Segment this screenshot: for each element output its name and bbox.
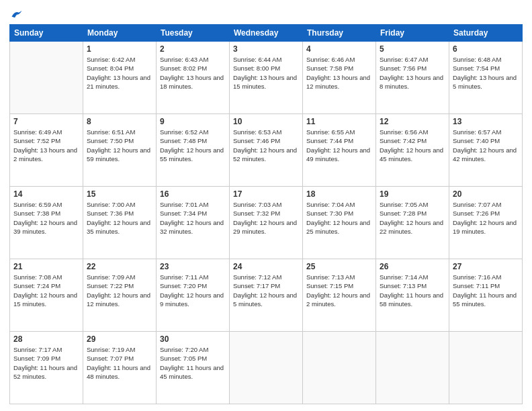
day-info: Sunrise: 6:46 AMSunset: 7:58 PMDaylight:… <box>306 55 372 91</box>
weekday-header-row: SundayMondayTuesdayWednesdayThursdayFrid… <box>10 25 523 42</box>
day-cell: 17Sunrise: 7:03 AMSunset: 7:32 PMDayligh… <box>230 187 303 259</box>
day-cell: 14Sunrise: 6:59 AMSunset: 7:38 PMDayligh… <box>10 187 83 259</box>
day-number: 8 <box>87 117 152 126</box>
day-cell: 5Sunrise: 6:47 AMSunset: 7:56 PMDaylight… <box>376 42 449 114</box>
weekday-header-tuesday: Tuesday <box>157 25 230 42</box>
day-number: 13 <box>453 117 519 126</box>
day-cell: 15Sunrise: 7:00 AMSunset: 7:36 PMDayligh… <box>83 187 157 259</box>
day-cell <box>449 332 523 404</box>
day-cell <box>376 332 449 404</box>
weekday-header-saturday: Saturday <box>449 25 523 42</box>
day-info: Sunrise: 7:11 AMSunset: 7:20 PMDaylight:… <box>160 273 226 308</box>
day-number: 21 <box>13 262 79 271</box>
day-cell: 20Sunrise: 7:07 AMSunset: 7:26 PMDayligh… <box>449 187 523 259</box>
day-cell: 23Sunrise: 7:11 AMSunset: 7:20 PMDayligh… <box>157 259 230 332</box>
day-cell <box>230 332 303 404</box>
day-info: Sunrise: 7:14 AMSunset: 7:13 PMDaylight:… <box>380 273 445 308</box>
day-info: Sunrise: 7:07 AMSunset: 7:26 PMDaylight:… <box>453 200 519 236</box>
day-cell: 7Sunrise: 6:49 AMSunset: 7:52 PMDaylight… <box>10 114 83 187</box>
day-number: 26 <box>380 262 445 271</box>
day-info: Sunrise: 6:49 AMSunset: 7:52 PMDaylight:… <box>13 128 79 163</box>
day-info: Sunrise: 6:57 AMSunset: 7:40 PMDaylight:… <box>453 128 519 163</box>
day-info: Sunrise: 7:03 AMSunset: 7:32 PMDaylight:… <box>233 200 299 236</box>
day-info: Sunrise: 6:51 AMSunset: 7:50 PMDaylight:… <box>87 128 152 163</box>
day-cell: 10Sunrise: 6:53 AMSunset: 7:46 PMDayligh… <box>230 114 303 187</box>
day-info: Sunrise: 7:12 AMSunset: 7:17 PMDaylight:… <box>233 273 299 308</box>
day-number: 27 <box>453 262 519 271</box>
day-cell: 22Sunrise: 7:09 AMSunset: 7:22 PMDayligh… <box>83 259 157 332</box>
day-number: 1 <box>87 44 152 54</box>
day-number: 25 <box>306 262 372 271</box>
day-number: 11 <box>306 117 372 126</box>
day-info: Sunrise: 7:00 AMSunset: 7:36 PMDaylight:… <box>87 200 152 236</box>
day-number: 18 <box>306 189 372 199</box>
day-cell: 2Sunrise: 6:43 AMSunset: 8:02 PMDaylight… <box>157 42 230 114</box>
day-number: 29 <box>87 334 152 344</box>
day-number: 14 <box>13 189 79 199</box>
day-number: 10 <box>233 117 299 126</box>
page: SundayMondayTuesdayWednesdayThursdayFrid… <box>0 0 532 411</box>
day-cell: 9Sunrise: 6:52 AMSunset: 7:48 PMDaylight… <box>157 114 230 187</box>
day-number: 7 <box>13 117 79 126</box>
day-info: Sunrise: 6:42 AMSunset: 8:04 PMDaylight:… <box>87 55 152 91</box>
day-number: 15 <box>87 189 152 199</box>
day-cell: 21Sunrise: 7:08 AMSunset: 7:24 PMDayligh… <box>10 259 83 332</box>
day-info: Sunrise: 6:53 AMSunset: 7:46 PMDaylight:… <box>233 128 299 163</box>
day-cell: 1Sunrise: 6:42 AMSunset: 8:04 PMDaylight… <box>83 42 157 114</box>
day-cell: 18Sunrise: 7:04 AMSunset: 7:30 PMDayligh… <box>303 187 376 259</box>
day-cell: 3Sunrise: 6:44 AMSunset: 8:00 PMDaylight… <box>230 42 303 114</box>
week-row-4: 21Sunrise: 7:08 AMSunset: 7:24 PMDayligh… <box>10 259 523 332</box>
day-number: 22 <box>87 262 152 271</box>
day-number: 2 <box>160 44 226 54</box>
day-info: Sunrise: 6:48 AMSunset: 7:54 PMDaylight:… <box>453 55 519 91</box>
day-number: 19 <box>380 189 445 199</box>
weekday-header-thursday: Thursday <box>303 25 376 42</box>
day-info: Sunrise: 7:08 AMSunset: 7:24 PMDaylight:… <box>13 273 79 308</box>
week-row-2: 7Sunrise: 6:49 AMSunset: 7:52 PMDaylight… <box>10 114 523 187</box>
day-cell: 27Sunrise: 7:16 AMSunset: 7:11 PMDayligh… <box>449 259 523 332</box>
logo <box>9 9 23 19</box>
header <box>9 7 523 19</box>
day-number: 4 <box>306 44 372 54</box>
day-cell: 26Sunrise: 7:14 AMSunset: 7:13 PMDayligh… <box>376 259 449 332</box>
day-number: 24 <box>233 262 299 271</box>
day-number: 6 <box>453 44 519 54</box>
day-info: Sunrise: 7:09 AMSunset: 7:22 PMDaylight:… <box>87 273 152 308</box>
logo-bird-icon <box>11 9 23 19</box>
week-row-3: 14Sunrise: 6:59 AMSunset: 7:38 PMDayligh… <box>10 187 523 259</box>
day-info: Sunrise: 7:13 AMSunset: 7:15 PMDaylight:… <box>306 273 372 308</box>
day-number: 3 <box>233 44 299 54</box>
day-cell: 12Sunrise: 6:56 AMSunset: 7:42 PMDayligh… <box>376 114 449 187</box>
day-number: 5 <box>380 44 445 54</box>
weekday-header-wednesday: Wednesday <box>230 25 303 42</box>
day-info: Sunrise: 7:19 AMSunset: 7:07 PMDaylight:… <box>87 345 152 381</box>
day-info: Sunrise: 6:59 AMSunset: 7:38 PMDaylight:… <box>13 200 79 236</box>
weekday-header-sunday: Sunday <box>10 25 83 42</box>
day-cell: 29Sunrise: 7:19 AMSunset: 7:07 PMDayligh… <box>83 332 157 404</box>
day-cell: 30Sunrise: 7:20 AMSunset: 7:05 PMDayligh… <box>157 332 230 404</box>
day-info: Sunrise: 6:52 AMSunset: 7:48 PMDaylight:… <box>160 128 226 163</box>
week-row-5: 28Sunrise: 7:17 AMSunset: 7:09 PMDayligh… <box>10 332 523 404</box>
day-number: 28 <box>13 334 79 344</box>
day-cell: 4Sunrise: 6:46 AMSunset: 7:58 PMDaylight… <box>303 42 376 114</box>
day-info: Sunrise: 7:17 AMSunset: 7:09 PMDaylight:… <box>13 345 79 381</box>
day-number: 12 <box>380 117 445 126</box>
day-info: Sunrise: 6:47 AMSunset: 7:56 PMDaylight:… <box>380 55 445 91</box>
day-cell: 28Sunrise: 7:17 AMSunset: 7:09 PMDayligh… <box>10 332 83 404</box>
day-cell: 19Sunrise: 7:05 AMSunset: 7:28 PMDayligh… <box>376 187 449 259</box>
day-info: Sunrise: 6:56 AMSunset: 7:42 PMDaylight:… <box>380 128 445 163</box>
day-info: Sunrise: 6:43 AMSunset: 8:02 PMDaylight:… <box>160 55 226 91</box>
day-number: 23 <box>160 262 226 271</box>
day-cell: 8Sunrise: 6:51 AMSunset: 7:50 PMDaylight… <box>83 114 157 187</box>
day-info: Sunrise: 7:01 AMSunset: 7:34 PMDaylight:… <box>160 200 226 236</box>
day-cell: 24Sunrise: 7:12 AMSunset: 7:17 PMDayligh… <box>230 259 303 332</box>
day-cell <box>10 42 83 114</box>
day-cell: 11Sunrise: 6:55 AMSunset: 7:44 PMDayligh… <box>303 114 376 187</box>
weekday-header-friday: Friday <box>376 25 449 42</box>
weekday-header-monday: Monday <box>83 25 157 42</box>
day-cell: 25Sunrise: 7:13 AMSunset: 7:15 PMDayligh… <box>303 259 376 332</box>
calendar-table: SundayMondayTuesdayWednesdayThursdayFrid… <box>9 24 523 404</box>
day-info: Sunrise: 7:04 AMSunset: 7:30 PMDaylight:… <box>306 200 372 236</box>
day-number: 20 <box>453 189 519 199</box>
day-info: Sunrise: 6:44 AMSunset: 8:00 PMDaylight:… <box>233 55 299 91</box>
